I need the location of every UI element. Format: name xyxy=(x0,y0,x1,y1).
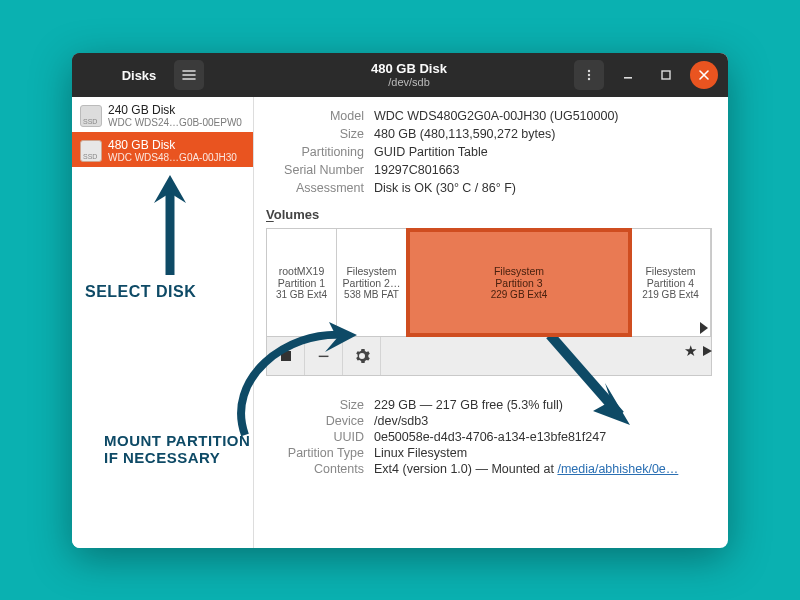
window-subtitle: /dev/sdb xyxy=(388,76,430,88)
hamburger-icon xyxy=(182,68,196,82)
label-assessment: Assessment xyxy=(254,181,374,195)
label-contents: Contents xyxy=(254,462,374,476)
volume-seg-4[interactable]: Filesystem Partition 4 219 GB Ext4 xyxy=(631,229,711,336)
stop-button[interactable] xyxy=(267,337,305,375)
svg-rect-3 xyxy=(624,77,632,79)
maximize-icon xyxy=(660,69,672,81)
label-serial: Serial Number xyxy=(254,163,374,177)
stop-icon xyxy=(281,351,291,361)
svg-point-0 xyxy=(588,70,590,72)
svg-point-2 xyxy=(588,78,590,80)
app-title: Disks xyxy=(122,68,157,83)
volume-seg-2[interactable]: Filesystem Partition 2… 538 MB FAT xyxy=(337,229,407,336)
sidebar-disk-text: 240 GB Disk WDC WDS24…G0B-00EPW0 xyxy=(108,103,242,128)
close-button[interactable] xyxy=(690,61,718,89)
close-icon xyxy=(698,69,710,81)
ssd-icon: SSD xyxy=(80,140,102,162)
volumes-panel: rootMX19 Partition 1 31 GB Ext4 Filesyst… xyxy=(266,228,712,376)
volume-size: 538 MB FAT xyxy=(344,289,399,300)
hamburger-menu-button[interactable] xyxy=(174,60,204,90)
volume-size: 31 GB Ext4 xyxy=(276,289,327,300)
contents-prefix: Ext4 (version 1.0) — Mounted at xyxy=(374,462,557,476)
label-size: Size xyxy=(254,127,374,141)
value-model: WDC WDS480G2G0A-00JH30 (UG510000) xyxy=(374,109,619,123)
mount-point-link[interactable]: /media/abhishek/0e… xyxy=(557,462,678,476)
partition-details: Size229 GB — 217 GB free (5.3% full) Dev… xyxy=(254,396,716,478)
sidebar-disk-0[interactable]: SSD 240 GB Disk WDC WDS24…G0B-00EPW0 xyxy=(72,97,253,132)
volume-size: 219 GB Ext4 xyxy=(642,289,699,300)
titlebar-right xyxy=(564,53,728,97)
value-psize: 229 GB — 217 GB free (5.3% full) xyxy=(374,398,563,412)
remove-partition-button[interactable]: − xyxy=(305,337,343,375)
volume-seg-3[interactable]: Filesystem Partition 3 229 GB Ext4 xyxy=(406,228,632,337)
titlebar-left: Disks xyxy=(72,53,254,97)
minimize-button[interactable] xyxy=(614,61,642,89)
gear-button[interactable] xyxy=(343,337,381,375)
window-body: SSD 240 GB Disk WDC WDS24…G0B-00EPW0 SSD… xyxy=(72,97,728,548)
sidebar-disk-name: 480 GB Disk xyxy=(108,138,237,152)
disks-window: Disks 480 GB Disk /dev/sdb xyxy=(72,53,728,548)
value-serial: 19297C801663 xyxy=(374,163,460,177)
label-uuid: UUID xyxy=(254,430,374,444)
volume-name: Filesystem xyxy=(494,265,544,277)
label-model: Model xyxy=(254,109,374,123)
volume-part: Partition 1 xyxy=(278,277,325,289)
volume-name: Filesystem xyxy=(346,265,396,277)
disk-sidebar: SSD 240 GB Disk WDC WDS24…G0B-00EPW0 SSD… xyxy=(72,97,254,548)
value-size: 480 GB (480,113,590,272 bytes) xyxy=(374,127,555,141)
volume-size: 229 GB Ext4 xyxy=(491,289,548,300)
volume-name: rootMX19 xyxy=(279,265,325,277)
volume-part: Partition 2… xyxy=(343,277,401,289)
volume-seg-1[interactable]: rootMX19 Partition 1 31 GB Ext4 xyxy=(267,229,337,336)
star-icon[interactable]: ★ xyxy=(684,342,697,360)
segment-extra-controls: ★ xyxy=(684,342,713,360)
sidebar-disk-name: 240 GB Disk xyxy=(108,103,242,117)
label-ptype: Partition Type xyxy=(254,446,374,460)
main-panel: ModelWDC WDS480G2G0A-00JH30 (UG510000) S… xyxy=(254,97,728,548)
sidebar-disk-model: WDC WDS24…G0B-00EPW0 xyxy=(108,117,242,128)
volume-part: Partition 3 xyxy=(495,277,542,289)
titlebar: Disks 480 GB Disk /dev/sdb xyxy=(72,53,728,97)
svg-rect-4 xyxy=(662,71,670,79)
volumes-header: Volumes xyxy=(254,197,716,228)
kebab-icon xyxy=(583,69,595,81)
titlebar-center: 480 GB Disk /dev/sdb xyxy=(254,53,564,97)
sidebar-disk-1[interactable]: SSD 480 GB Disk WDC WDS48…G0A-00JH30 xyxy=(72,132,253,167)
maximize-button[interactable] xyxy=(652,61,680,89)
value-device: /dev/sdb3 xyxy=(374,414,428,428)
ssd-icon: SSD xyxy=(80,105,102,127)
volume-part: Partition 4 xyxy=(647,277,694,289)
value-ptype: Linux Filesystem xyxy=(374,446,467,460)
next-segment-button[interactable] xyxy=(700,322,708,334)
volume-name: Filesystem xyxy=(645,265,695,277)
volume-toolbar: − xyxy=(267,337,711,375)
kebab-menu-button[interactable] xyxy=(574,60,604,90)
label-partitioning: Partitioning xyxy=(254,145,374,159)
minimize-icon xyxy=(622,69,634,81)
svg-point-1 xyxy=(588,74,590,76)
value-contents: Ext4 (version 1.0) — Mounted at /media/a… xyxy=(374,462,678,476)
value-uuid: 0e50058e-d4d3-4706-a134-e13bfe81f247 xyxy=(374,430,606,444)
window-title: 480 GB Disk xyxy=(371,62,447,76)
value-partitioning: GUID Partition Table xyxy=(374,145,488,159)
sidebar-disk-text: 480 GB Disk WDC WDS48…G0A-00JH30 xyxy=(108,138,237,163)
sidebar-disk-model: WDC WDS48…G0A-00JH30 xyxy=(108,152,237,163)
value-assessment: Disk is OK (30° C / 86° F) xyxy=(374,181,516,195)
label-psize: Size xyxy=(254,398,374,412)
label-device: Device xyxy=(254,414,374,428)
play-icon[interactable] xyxy=(701,345,713,357)
gear-icon xyxy=(354,348,370,364)
volume-map: rootMX19 Partition 1 31 GB Ext4 Filesyst… xyxy=(267,229,711,337)
